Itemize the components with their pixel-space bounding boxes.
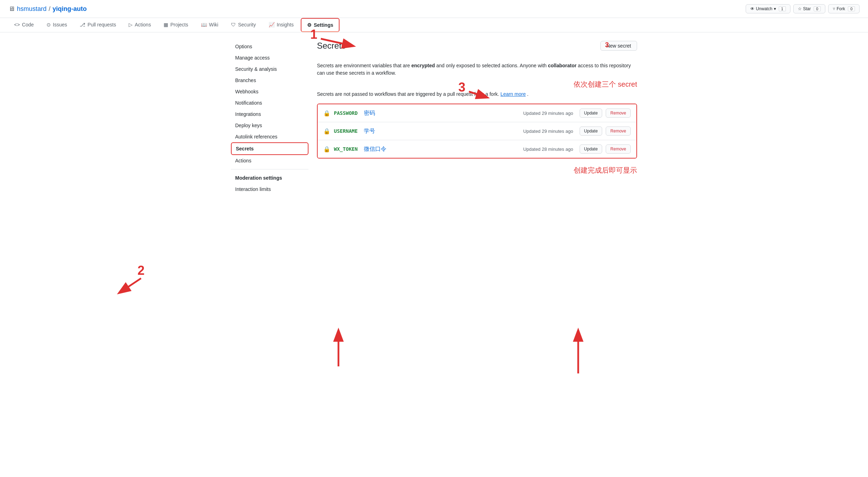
secret-name-password: PASSWORD xyxy=(334,110,357,116)
code-icon: <> xyxy=(14,22,20,27)
tab-actions[interactable]: ▷ Actions xyxy=(123,18,157,32)
settings-icon: ⚙ xyxy=(307,22,312,28)
fork-icon: ⑂ xyxy=(833,6,835,11)
tab-issues[interactable]: ⊙ Issues xyxy=(41,18,73,32)
nav-tabs: <> Code ⊙ Issues ⎇ Pull requests ▷ Actio… xyxy=(0,18,868,32)
star-icon: ☆ xyxy=(798,6,802,11)
sidebar-divider xyxy=(231,169,308,169)
secrets-container: 🔒 PASSWORD 密码 Updated 29 minutes ago Upd… xyxy=(317,104,637,159)
secret-row-password: 🔒 PASSWORD 密码 Updated 29 minutes ago Upd… xyxy=(318,104,636,122)
secret-right-username: Updated 29 minutes ago Update Remove xyxy=(523,126,631,136)
pr-icon: ⎇ xyxy=(80,22,85,27)
dropdown-icon: ▾ xyxy=(774,6,776,11)
secret-updated-username: Updated 29 minutes ago xyxy=(523,129,573,134)
wiki-icon: 📖 xyxy=(201,22,207,27)
sidebar: Options Manage access Security & analysi… xyxy=(231,41,308,195)
lock-icon-wxtoken: 🔒 xyxy=(323,146,330,153)
sidebar-item-autolink[interactable]: Autolink references xyxy=(231,131,308,142)
secret-name-wxtoken: WX_TOKEN xyxy=(334,146,357,152)
secret-right-wxtoken: Updated 28 minutes ago Update Remove xyxy=(523,144,631,154)
star-button[interactable]: ☆ Star 0 xyxy=(793,4,825,13)
sidebar-item-secrets[interactable]: Secrets xyxy=(231,142,308,155)
secret-left-username: 🔒 USERNAME 学号 xyxy=(323,128,375,135)
sidebar-item-manage-access[interactable]: Manage access xyxy=(231,52,308,63)
sidebar-item-webhooks[interactable]: Webhooks xyxy=(231,86,308,97)
secret-desc-wxtoken: 微信口令 xyxy=(364,145,386,153)
tab-settings[interactable]: ⚙ Settings xyxy=(301,18,340,32)
header-actions: 👁 Unwatch ▾ 1 ☆ Star 0 ⑂ Fork 0 xyxy=(746,4,860,13)
fork-count: 0 xyxy=(848,6,855,11)
tab-projects[interactable]: ▦ Projects xyxy=(158,18,194,32)
description-2: Secrets are not passed to workflows that… xyxy=(317,91,637,98)
top-bar: Secrets New secret xyxy=(317,41,637,56)
star-count: 0 xyxy=(814,6,821,11)
sidebar-item-integrations[interactable]: Integrations xyxy=(231,109,308,120)
new-secret-button[interactable]: New secret xyxy=(600,41,637,51)
insights-icon: 📈 xyxy=(269,22,275,27)
description-1: Secrets are environment variables that a… xyxy=(317,62,637,77)
sidebar-item-deploy-keys[interactable]: Deploy keys xyxy=(231,120,308,131)
header: 🖥 hsmustard / yiqing-auto 👁 Unwatch ▾ 1 … xyxy=(0,0,868,18)
secret-left-password: 🔒 PASSWORD 密码 xyxy=(323,110,375,117)
tab-wiki[interactable]: 📖 Wiki xyxy=(195,18,224,32)
layout: Options Manage access Security & analysi… xyxy=(222,32,646,203)
annotation-chinese-1: 依次创建三个 secret xyxy=(574,80,637,88)
secret-name-username: USERNAME xyxy=(334,128,357,134)
issues-icon: ⊙ xyxy=(47,22,51,27)
learn-more-link[interactable]: Learn more xyxy=(501,91,526,97)
repo-name[interactable]: yiqing-auto xyxy=(53,5,87,13)
projects-icon: ▦ xyxy=(164,22,168,27)
tab-pull-requests[interactable]: ⎇ Pull requests xyxy=(74,18,122,32)
actions-icon: ▷ xyxy=(129,22,133,27)
sidebar-item-security-analysis[interactable]: Security & analysis xyxy=(231,63,308,75)
main-content: Secrets New secret 3 Secrets are environ… xyxy=(317,41,637,195)
sidebar-item-branches[interactable]: Branches xyxy=(231,75,308,86)
moderation-section-title: Moderation settings xyxy=(231,172,308,184)
secret-right-password: Updated 29 minutes ago Update Remove xyxy=(523,109,631,118)
secret-row-username: 🔒 USERNAME 学号 Updated 29 minutes ago Upd… xyxy=(318,122,636,140)
update-button-username[interactable]: Update xyxy=(580,126,603,136)
security-icon: 🛡 xyxy=(231,22,236,27)
sidebar-item-actions[interactable]: Actions xyxy=(231,155,308,166)
separator: / xyxy=(49,5,50,13)
fork-button[interactable]: ⑂ Fork 0 xyxy=(828,4,860,13)
sidebar-item-notifications[interactable]: Notifications xyxy=(231,97,308,109)
eye-icon: 👁 xyxy=(750,6,754,11)
lock-icon-username: 🔒 xyxy=(323,128,330,135)
update-button-wxtoken[interactable]: Update xyxy=(580,144,603,154)
tab-code[interactable]: <> Code xyxy=(8,18,39,32)
org-name[interactable]: hsmustard xyxy=(17,5,47,13)
remove-button-wxtoken[interactable]: Remove xyxy=(606,144,631,154)
secret-updated-wxtoken: Updated 28 minutes ago xyxy=(523,147,573,152)
page-title: Secrets xyxy=(317,41,346,51)
update-button-password[interactable]: Update xyxy=(580,109,603,118)
repo-icon: 🖥 xyxy=(8,5,15,13)
sidebar-item-interaction-limits[interactable]: Interaction limits xyxy=(231,184,308,195)
secret-desc-username: 学号 xyxy=(364,128,375,135)
lock-icon-password: 🔒 xyxy=(323,110,330,117)
unwatch-count: 1 xyxy=(779,6,786,11)
tab-security[interactable]: 🛡 Security xyxy=(225,18,262,32)
secret-left-wxtoken: 🔒 WX_TOKEN 微信口令 xyxy=(323,145,386,153)
secret-desc-password: 密码 xyxy=(364,110,375,117)
repo-title: 🖥 hsmustard / yiqing-auto xyxy=(8,5,87,13)
remove-button-username[interactable]: Remove xyxy=(606,126,631,136)
annotation-chinese-2: 创建完成后即可显示 xyxy=(574,166,637,175)
tab-insights[interactable]: 📈 Insights xyxy=(263,18,299,32)
secret-updated-password: Updated 29 minutes ago xyxy=(523,111,573,116)
sidebar-item-options[interactable]: Options xyxy=(231,41,308,52)
secret-row-wxtoken: 🔒 WX_TOKEN 微信口令 Updated 28 minutes ago U… xyxy=(318,140,636,158)
remove-button-password[interactable]: Remove xyxy=(606,109,631,118)
unwatch-button[interactable]: 👁 Unwatch ▾ 1 xyxy=(746,4,790,13)
